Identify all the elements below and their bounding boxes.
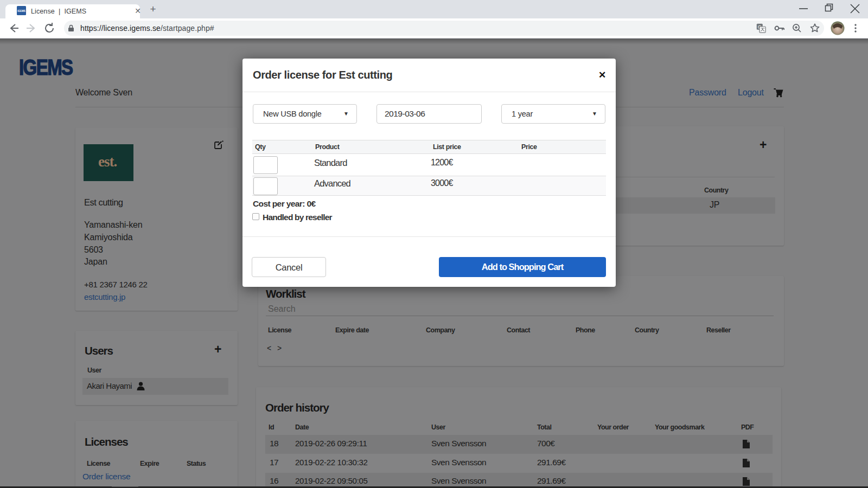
svg-text:IGEMS: IGEMS: [17, 10, 25, 12]
